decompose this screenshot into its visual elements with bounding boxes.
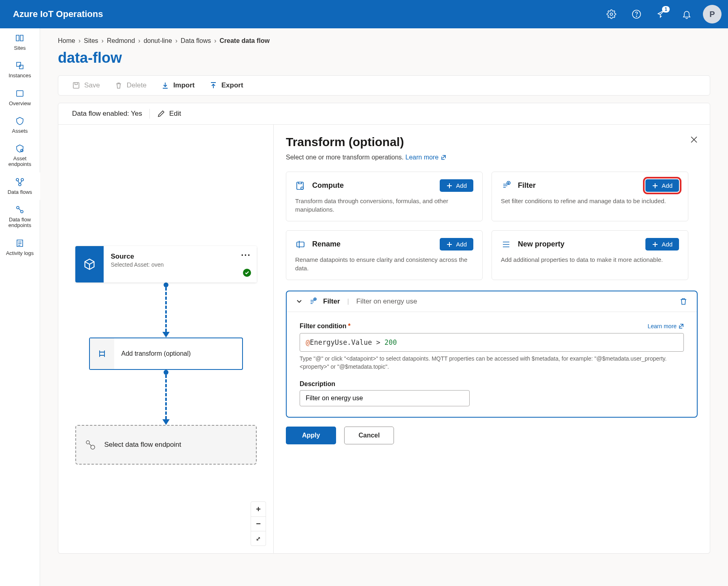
endpoint-node[interactable]: Select data flow endpoint	[75, 425, 257, 465]
svg-rect-18	[297, 182, 303, 189]
close-panel-button[interactable]	[690, 135, 698, 144]
app-header: Azure IoT Operations 1 P	[0, 0, 728, 28]
zoom-controls: + − ⤢	[251, 501, 266, 546]
collapse-toggle[interactable]	[296, 298, 303, 305]
svg-rect-21	[297, 242, 304, 247]
flow-canvas: Source Selected Asset: oven ··· Add tran…	[58, 125, 274, 553]
sidebar-item-data-flow-endpoints[interactable]: Data flow endpoints	[0, 200, 40, 234]
delete-filter-button[interactable]	[679, 297, 688, 306]
op-card-compute: Compute Add Transform data through conve…	[286, 172, 483, 221]
op-card-filter: Filter Add Set filter conditions to refi…	[492, 172, 688, 221]
crumb-dataflows[interactable]: Data flows	[181, 37, 211, 45]
delete-icon	[115, 81, 123, 89]
sidebar-item-instances[interactable]: Instances	[0, 56, 40, 83]
description-label: Description	[300, 380, 684, 388]
sidebar-item-data-flows[interactable]: Data flows	[0, 172, 40, 200]
settings-icon[interactable]	[602, 5, 620, 23]
learn-more-link[interactable]: Learn more	[405, 154, 446, 161]
condition-hint: Type "@" or click "<datapoint>" to selec…	[300, 355, 684, 371]
import-button[interactable]: Import	[161, 81, 195, 89]
apply-button[interactable]: Apply	[286, 427, 336, 444]
svg-point-16	[86, 441, 89, 444]
svg-rect-6	[19, 65, 23, 69]
crumb-instance[interactable]: donut-line	[144, 37, 172, 45]
filter-icon	[501, 180, 511, 191]
description-input[interactable]	[300, 390, 470, 406]
filter-head-icon	[309, 297, 317, 306]
svg-rect-5	[17, 62, 21, 66]
edit-icon	[157, 110, 165, 118]
zoom-in-button[interactable]: +	[251, 502, 266, 516]
instances-icon	[15, 61, 25, 70]
notification-bell-icon[interactable]	[678, 5, 696, 23]
data-flows-icon	[15, 177, 25, 187]
feedback-icon[interactable]: 1	[653, 5, 671, 23]
app-title: Azure IoT Operations	[13, 9, 103, 19]
status-label: Data flow enabled: Yes	[72, 110, 142, 118]
new-property-icon	[501, 239, 511, 250]
add-compute-button[interactable]: Add	[440, 179, 473, 192]
sidebar-item-sites[interactable]: Sites	[0, 28, 40, 56]
filter-condition-input[interactable]: @EnergyUse.Value > 200	[300, 333, 684, 352]
crumb-sites[interactable]: Sites	[84, 37, 98, 45]
svg-rect-3	[16, 35, 19, 41]
breadcrumb: Home› Sites› Redmond› donut-line› Data f…	[40, 28, 728, 46]
zoom-out-button[interactable]: −	[251, 516, 266, 531]
svg-point-10	[21, 178, 23, 181]
svg-point-2	[636, 16, 636, 16]
source-node[interactable]: Source Selected Asset: oven ···	[75, 246, 257, 282]
sidebar-item-assets[interactable]: Assets	[0, 111, 40, 139]
activity-logs-icon	[15, 238, 25, 248]
assets-icon	[15, 116, 25, 126]
transform-node-icon	[90, 338, 114, 369]
command-bar: Save Delete Import Export	[58, 75, 710, 96]
transform-node[interactable]: Add transform (optional)	[89, 338, 243, 370]
edit-button[interactable]: Edit	[157, 110, 181, 118]
import-icon	[161, 81, 169, 89]
svg-point-11	[19, 183, 21, 186]
svg-point-0	[610, 13, 613, 15]
source-node-icon	[75, 246, 104, 282]
svg-rect-7	[17, 91, 23, 96]
success-icon	[243, 269, 251, 277]
transform-panel: Transform (optional) Select one or more …	[274, 125, 710, 553]
condition-learn-more-link[interactable]: Learn more	[648, 323, 684, 329]
sidebar-item-asset-endpoints[interactable]: Asset endpoints	[0, 139, 40, 172]
add-rename-button[interactable]: Add	[440, 238, 473, 251]
status-row: Data flow enabled: Yes Edit	[58, 103, 710, 125]
crumb-site[interactable]: Redmond	[107, 37, 135, 45]
feedback-badge: 1	[662, 6, 670, 13]
df-endpoints-icon	[15, 205, 25, 214]
svg-rect-15	[73, 83, 79, 88]
condition-label: Filter condition*	[300, 323, 351, 330]
sites-icon	[15, 33, 25, 43]
sidebar: Sites Instances Overview Assets Asset en…	[0, 28, 40, 586]
asset-endpoints-icon	[15, 144, 25, 153]
cancel-button[interactable]: Cancel	[344, 427, 394, 444]
sidebar-item-overview[interactable]: Overview	[0, 84, 40, 111]
endpoint-node-icon	[76, 439, 104, 450]
help-icon[interactable]	[628, 5, 645, 23]
page-title: data-flow	[40, 46, 728, 75]
panel-subtitle: Select one or more transform operations.…	[286, 154, 698, 161]
user-avatar[interactable]: P	[703, 5, 722, 23]
crumb-home[interactable]: Home	[58, 37, 75, 45]
svg-point-9	[16, 178, 19, 181]
export-button[interactable]: Export	[209, 81, 243, 89]
save-icon	[72, 81, 80, 89]
source-subtitle: Selected Asset: oven	[111, 261, 249, 268]
delete-button: Delete	[115, 81, 147, 89]
export-icon	[209, 81, 217, 89]
source-title: Source	[111, 253, 249, 261]
svg-rect-4	[20, 35, 23, 41]
svg-point-19	[301, 187, 303, 189]
sidebar-item-activity-logs[interactable]: Activity logs	[0, 234, 40, 261]
add-new-property-button[interactable]: Add	[645, 238, 679, 251]
fit-button[interactable]: ⤢	[251, 531, 266, 546]
crumb-current: Create data flow	[219, 37, 270, 45]
rename-icon	[295, 239, 306, 250]
add-filter-button[interactable]: Add	[645, 179, 679, 192]
source-more-button[interactable]: ···	[241, 250, 251, 261]
filter-config-block: Filter | Filter on energy use Filter con…	[286, 291, 698, 418]
save-button: Save	[72, 81, 100, 89]
